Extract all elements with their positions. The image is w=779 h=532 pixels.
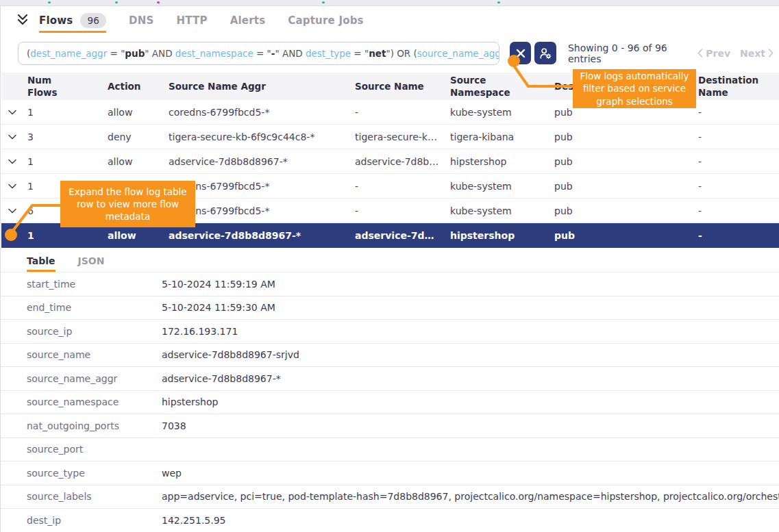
- detail-row: dest_ip142.251.5.95: [1, 509, 779, 532]
- graph-fragment: [497, 1, 500, 3]
- table-row[interactable]: 3deny tigera-secure-kb-6f9c9c44c8-*tiger…: [1, 125, 779, 149]
- detail-row: nat_outgoing_ports7038: [1, 414, 779, 438]
- detail-tabs: Table JSON: [1, 248, 779, 273]
- pagination-controls: Prev Next: [697, 48, 774, 59]
- flow-logs-panel: Flows 96 DNS HTTP Alerts Capture Jobs ( …: [0, 0, 779, 532]
- query-token: =: [254, 48, 267, 59]
- next-page-button[interactable]: Next: [740, 48, 774, 59]
- chevron-down-icon[interactable]: [8, 110, 16, 115]
- detail-tab-json[interactable]: JSON: [78, 255, 105, 272]
- user-settings-button[interactable]: [534, 42, 556, 64]
- col-header-destination-name: Destination Name: [698, 74, 779, 99]
- flows-count-badge: 96: [80, 13, 106, 28]
- detail-row: source_labelsapp=adservice, pci=true, po…: [1, 485, 779, 509]
- query-token: net: [369, 48, 386, 59]
- flow-detail-section: Table JSON start_time5-10-2024 11:59:19 …: [1, 248, 779, 532]
- detail-row: source_nameadservice-7d8b8d8967-srjvd: [1, 344, 779, 368]
- tab-http[interactable]: HTTP: [177, 8, 208, 31]
- chevron-down-icon[interactable]: [8, 134, 16, 140]
- graph-fragment: [115, 1, 118, 3]
- detail-row: start_time5-10-2024 11:59:19 AM: [1, 273, 779, 296]
- col-header-action: Action: [108, 80, 169, 92]
- detail-tab-table[interactable]: Table: [27, 255, 55, 272]
- flow-table-header: Num Flows Action Source Name Aggr Source…: [1, 73, 779, 100]
- tab-capture-jobs[interactable]: Capture Jobs: [288, 8, 363, 31]
- table-row[interactable]: 6allow coredns-6799fbcd5-*- kube-systemp…: [1, 199, 779, 223]
- query-token: " AND: [275, 48, 306, 59]
- tab-dns[interactable]: DNS: [129, 8, 153, 31]
- detail-row: source_namespacehipstershop: [1, 391, 779, 415]
- user-gear-icon: [539, 47, 552, 60]
- graph-fragment: [322, 1, 325, 3]
- pagination-summary: Showing 0 - 96 of 96 entries: [568, 42, 697, 64]
- query-token: =: [351, 48, 364, 59]
- double-chevron-down-icon[interactable]: [16, 13, 29, 27]
- query-token: ") OR (: [386, 48, 417, 59]
- query-token: =: [107, 48, 121, 59]
- table-row-selected[interactable]: 1allow adservice-7d8b8d8967-*adservice-7…: [1, 223, 779, 248]
- detail-row: source_typewep: [1, 461, 779, 485]
- chevron-down-icon[interactable]: [8, 208, 16, 214]
- tab-flows[interactable]: Flows 96: [39, 7, 106, 33]
- chevron-down-icon[interactable]: [8, 233, 16, 238]
- table-row[interactable]: 1allow coredns-6799fbcd5-*- kube-systemp…: [1, 100, 779, 125]
- flow-table: Num Flows Action Source Name Aggr Source…: [1, 73, 779, 248]
- graph-fragment: [157, 1, 160, 3]
- log-tabs-bar: Flows 96 DNS HTTP Alerts Capture Jobs: [1, 6, 779, 34]
- chevron-down-icon[interactable]: [8, 159, 16, 164]
- chevron-right-icon: [768, 49, 774, 58]
- tab-flows-label: Flows: [39, 14, 73, 27]
- col-header-source-name-aggr: Source Name Aggr: [169, 80, 355, 92]
- clear-filter-button[interactable]: [510, 42, 532, 64]
- detail-row: end_time5-10-2024 11:59:30 AM: [1, 296, 779, 320]
- query-token: dest_type: [306, 48, 351, 59]
- filter-query-input[interactable]: ( dest_name_aggr = " pub " AND dest_name…: [18, 42, 499, 65]
- detail-row: source_name_aggradservice-7d8b8d8967-*: [1, 367, 779, 391]
- close-icon: [516, 49, 525, 58]
- table-row[interactable]: 1allow coredns-6799fbcd5-*- kube-systemp…: [1, 174, 779, 199]
- chevron-down-icon[interactable]: [8, 183, 16, 189]
- col-header-source-name: Source Name: [355, 80, 450, 92]
- detail-row: source_port: [1, 438, 779, 462]
- query-token: dest_namespace: [175, 48, 254, 59]
- chevron-left-icon: [697, 49, 703, 58]
- query-token: pub: [125, 48, 145, 59]
- query-token: dest_name_aggr: [30, 48, 107, 59]
- filter-bar: ( dest_name_aggr = " pub " AND dest_name…: [1, 34, 779, 73]
- query-token: " AND: [145, 48, 175, 59]
- prev-page-button[interactable]: Prev: [697, 48, 730, 59]
- page-top-strip: [0, 0, 779, 5]
- graph-fragment: [48, 1, 51, 3]
- tab-alerts[interactable]: Alerts: [230, 8, 266, 31]
- col-header-num-flows: Num Flows: [27, 74, 108, 99]
- col-header-source-namespace: Source Namespace: [450, 74, 554, 99]
- detail-row: source_ip172.16.193.171: [1, 320, 779, 344]
- col-header-dest-name-aggr: Dest Name Aggr: [554, 80, 698, 92]
- table-row[interactable]: 1allow adservice-7d8b8d8967-*adservice-7…: [1, 149, 779, 174]
